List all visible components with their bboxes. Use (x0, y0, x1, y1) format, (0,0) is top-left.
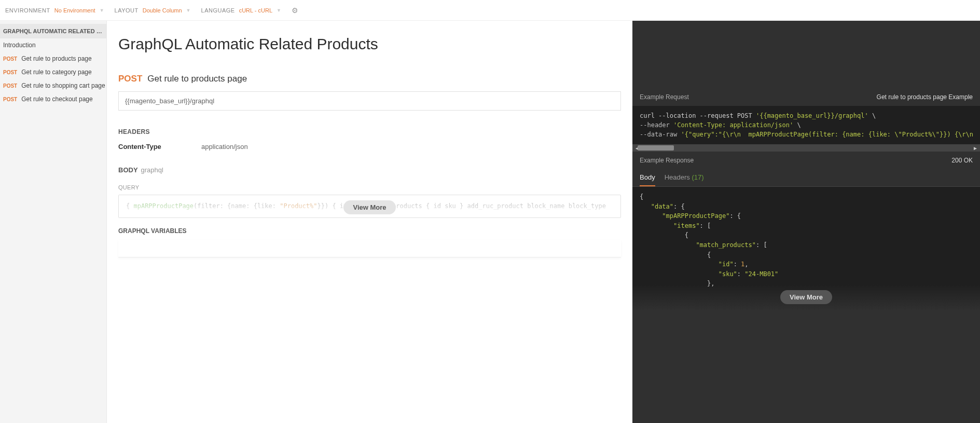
response-json: { "data": { "mpARPProductPage": { "items… (632, 187, 980, 310)
url-box: {{magento_base_url}}/graphql (118, 91, 621, 111)
curl-code: curl --location --request POST '{{magent… (632, 106, 980, 144)
page-title: GraphQL Automatic Related Products (118, 35, 621, 53)
sidebar: GRAPHQL AUTOMATIC RELATED PRO… Introduct… (0, 21, 107, 423)
view-more-button[interactable]: View More (343, 200, 395, 214)
header-key: Content-Type (118, 143, 201, 151)
example-request-label: Example Request (640, 93, 689, 101)
status-code: 200 OK (951, 157, 973, 164)
sidebar-item-checkout[interactable]: POSTGet rule to checkout page (0, 92, 106, 106)
scroll-right-icon[interactable]: ► (971, 144, 980, 152)
chevron-down-icon: ▼ (186, 8, 191, 13)
tab-headers[interactable]: Headers (17) (665, 173, 704, 186)
layout-label: LAYOUT (115, 7, 139, 13)
sidebar-item-category[interactable]: POSTGet rule to category page (0, 65, 106, 79)
collection-header[interactable]: GRAPHQL AUTOMATIC RELATED PRO… (0, 24, 106, 38)
request-title: POSTGet rule to products page (118, 74, 621, 84)
env-label: ENVIRONMENT (5, 7, 50, 13)
body-section-label: BODYgraphql (118, 166, 621, 174)
response-tabs: Body Headers (17) (632, 169, 980, 187)
view-more-button[interactable]: View More (780, 290, 832, 304)
chevron-down-icon: ▼ (277, 8, 281, 13)
sidebar-item-cart[interactable]: POSTGet rule to shopping cart page (0, 79, 106, 92)
top-bar: ENVIRONMENT No Environment ▼ LAYOUT Doub… (0, 0, 980, 21)
language-selector[interactable]: LANGUAGE cURL - cURL ▼ (201, 7, 281, 13)
query-code: { mpARPProductPage(filter: {name: {like:… (118, 195, 621, 218)
header-value: application/json (201, 143, 248, 151)
headers-section-label: HEADERS (118, 128, 621, 135)
graphql-variables-box (118, 240, 621, 257)
example-request-name: Get rule to products page Example (877, 93, 973, 101)
example-request-bar: Example Request Get rule to products pag… (632, 88, 980, 106)
main-content: GraphQL Automatic Related Products POSTG… (107, 21, 632, 423)
headers-row: Content-Type application/json (118, 143, 621, 151)
scrollbar-thumb[interactable] (638, 145, 674, 151)
chevron-down-icon: ▼ (100, 8, 104, 13)
graphql-variables-label: GRAPHQL VARIABLES (118, 227, 621, 235)
example-panel: Example Request Get rule to products pag… (632, 21, 980, 423)
lang-label: LANGUAGE (201, 7, 235, 13)
gear-icon[interactable]: ⚙ (292, 6, 298, 15)
example-response-bar: Example Response 200 OK (632, 152, 980, 169)
env-selector[interactable]: ENVIRONMENT No Environment ▼ (5, 7, 104, 13)
layout-value: Double Column (143, 7, 182, 13)
sidebar-item-products[interactable]: POSTGet rule to products page (0, 52, 106, 65)
lang-value: cURL - cURL (239, 7, 272, 13)
sidebar-item-introduction[interactable]: Introduction (0, 38, 106, 52)
method-badge: POST (118, 74, 142, 84)
env-value: No Environment (54, 7, 95, 13)
example-response-label: Example Response (640, 157, 694, 164)
tab-body[interactable]: Body (640, 173, 655, 186)
query-label: QUERY (118, 184, 621, 190)
horizontal-scrollbar[interactable]: ◄ ► (632, 144, 980, 152)
layout-selector[interactable]: LAYOUT Double Column ▼ (115, 7, 191, 13)
